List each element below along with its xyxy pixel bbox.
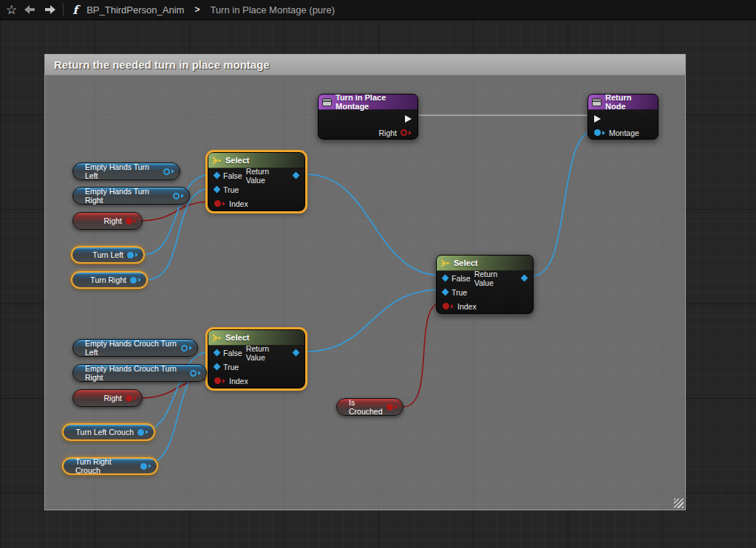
return-value-output-pin[interactable]: Return Value xyxy=(246,344,299,362)
pin-label-return-value: Return Value xyxy=(474,270,518,287)
index-input-pin[interactable]: Index xyxy=(443,302,477,311)
node-title: Select xyxy=(225,333,249,342)
pill-right-top[interactable]: Right xyxy=(72,212,143,230)
node-function-entry-header: Turn in Place Montage xyxy=(319,95,418,110)
pill-label: Empty Hands Turn Right xyxy=(85,187,169,205)
pin-label-true: True xyxy=(223,363,239,371)
object-output-pin[interactable] xyxy=(140,463,151,470)
pill-empty-hands-crouch-turn-left[interactable]: Empty Hands Crouch Turn Left xyxy=(72,339,198,357)
select-icon xyxy=(212,157,222,165)
false-input-pin[interactable]: False xyxy=(214,349,242,357)
pill-label: Right xyxy=(103,216,122,225)
true-input-pin[interactable]: True xyxy=(214,185,239,194)
breadcrumb-root[interactable]: BP_ThirdPerson_Anim xyxy=(86,4,184,16)
index-input-pin[interactable]: Index xyxy=(214,377,248,386)
node-select-top[interactable]: Select False Return Value True Index xyxy=(208,152,305,211)
back-arrow-icon[interactable] xyxy=(24,5,36,14)
exec-input-pin[interactable] xyxy=(594,115,601,123)
bool-output-pin[interactable] xyxy=(386,404,398,411)
object-output-pin[interactable] xyxy=(130,277,141,284)
pin-label-montage: Montage xyxy=(609,129,639,137)
object-output-pin[interactable] xyxy=(190,370,201,377)
bool-output-pin[interactable] xyxy=(401,129,412,136)
node-title: Return Node xyxy=(605,93,652,111)
bool-output-pin[interactable] xyxy=(126,218,137,225)
pill-label: Empty Hands Turn Left xyxy=(85,162,160,180)
blueprint-graph-canvas[interactable]: Return the needed turn in place montage … xyxy=(0,20,756,548)
node-function-entry[interactable]: Turn in Place Montage Right xyxy=(318,94,418,140)
select-icon xyxy=(440,259,450,267)
object-output-pin[interactable] xyxy=(127,252,138,258)
node-return-header: Return Node xyxy=(588,95,658,110)
node-select-middle[interactable]: Select False Return Value True Index xyxy=(436,255,534,314)
pin-label-true: True xyxy=(223,185,239,194)
pill-right-bottom[interactable]: Right xyxy=(72,389,143,407)
function-icon: f xyxy=(71,3,79,17)
exec-output-pin[interactable] xyxy=(405,115,412,123)
select-icon xyxy=(212,334,222,342)
pill-turn-right[interactable]: Turn Right xyxy=(71,271,148,289)
pill-empty-hands-turn-right[interactable]: Empty Hands Turn Right xyxy=(72,187,190,205)
pill-empty-hands-crouch-turn-right[interactable]: Empty Hands Crouch Turn Right xyxy=(72,364,207,382)
pill-label: Turn Left xyxy=(92,250,123,259)
comment-resize-handle[interactable] xyxy=(674,499,684,508)
pill-label: Empty Hands Crouch Turn Right xyxy=(85,364,186,382)
pill-is-crouched[interactable]: Is Crouched xyxy=(336,398,403,416)
object-output-pin[interactable] xyxy=(137,429,149,436)
pill-label: Turn Right Crouch xyxy=(75,457,137,475)
pill-turn-left-crouch[interactable]: Turn Left Crouch xyxy=(62,423,155,441)
top-toolbar: ☆ f BP_ThirdPerson_Anim > Turn in Place … xyxy=(0,0,756,20)
forward-arrow-icon[interactable] xyxy=(44,5,55,14)
pin-label-true: True xyxy=(452,288,467,297)
true-input-pin[interactable]: True xyxy=(214,363,239,371)
pill-label: Right xyxy=(103,394,122,403)
pill-label: Is Crouched xyxy=(349,398,383,416)
pin-label-index: Index xyxy=(229,199,248,208)
object-output-pin[interactable] xyxy=(173,193,184,199)
node-title: Turn in Place Montage xyxy=(336,93,412,111)
pin-label-return-value: Return Value xyxy=(246,167,290,185)
node-title: Select xyxy=(225,156,249,165)
pill-empty-hands-turn-left[interactable]: Empty Hands Turn Left xyxy=(72,162,180,180)
pill-label: Turn Right xyxy=(90,275,126,284)
true-input-pin[interactable]: True xyxy=(443,288,467,297)
favorite-star-icon[interactable]: ☆ xyxy=(6,4,17,16)
false-input-pin[interactable]: False xyxy=(214,171,242,180)
node-select-bottom[interactable]: Select False Return Value True Index xyxy=(208,329,305,388)
false-input-pin[interactable]: False xyxy=(443,274,471,283)
pin-label-false: False xyxy=(223,349,242,357)
index-input-pin[interactable]: Index xyxy=(214,199,248,208)
pin-label-right: Right xyxy=(378,129,397,137)
bool-output-pin[interactable] xyxy=(126,395,137,402)
return-node-icon xyxy=(592,98,602,106)
return-value-output-pin[interactable]: Return Value xyxy=(474,270,527,287)
comment-body xyxy=(45,75,685,510)
object-output-pin[interactable] xyxy=(163,168,174,175)
breadcrumb-chevron-icon: > xyxy=(194,4,200,15)
toolbar-separator xyxy=(63,3,64,16)
return-value-output-pin[interactable]: Return Value xyxy=(246,167,299,185)
node-return[interactable]: Return Node Montage xyxy=(588,94,658,140)
pill-turn-left[interactable]: Turn Left xyxy=(71,246,145,264)
montage-input-pin[interactable] xyxy=(594,129,605,136)
pin-label-false: False xyxy=(452,274,471,283)
node-title: Select xyxy=(454,258,477,267)
pill-turn-right-crouch[interactable]: Turn Right Crouch xyxy=(62,457,158,475)
comment-title: Return the needed turn in place montage xyxy=(54,58,270,71)
montage-node-icon xyxy=(322,98,332,106)
breadcrumb-current[interactable]: Turn in Place Montage (pure) xyxy=(210,4,335,16)
pill-label: Empty Hands Crouch Turn Left xyxy=(85,339,177,357)
pin-label-index: Index xyxy=(457,302,477,311)
pin-label-return-value: Return Value xyxy=(246,344,290,362)
object-output-pin[interactable] xyxy=(181,345,192,352)
pin-label-false: False xyxy=(223,171,242,180)
pin-label-index: Index xyxy=(229,377,248,386)
comment-header[interactable]: Return the needed turn in place montage xyxy=(45,55,685,75)
pill-label: Turn Left Crouch xyxy=(76,428,134,436)
